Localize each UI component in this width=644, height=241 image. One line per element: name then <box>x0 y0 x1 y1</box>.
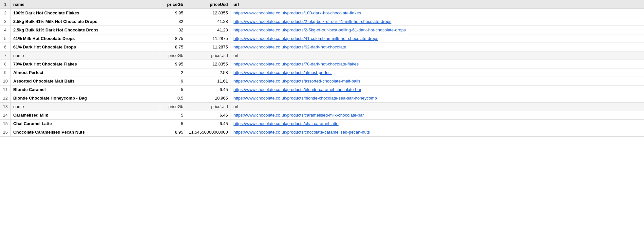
cell-url: url <box>231 0 644 9</box>
cell-name: 61% Dark Hot Chocolate Drops <box>10 43 160 51</box>
row-number: 5 <box>0 34 10 43</box>
cell-url[interactable]: https://www.chocolate.co.uk/products/blo… <box>231 85 644 94</box>
cell-price-usd: 41.28 <box>186 17 231 26</box>
row-number: 3 <box>0 17 10 26</box>
product-link[interactable]: https://www.chocolate.co.uk/products/cho… <box>234 130 370 135</box>
cell-price-gb: 9.95 <box>160 60 186 68</box>
cell-name: name <box>10 102 160 111</box>
cell-price-gb: 5 <box>160 85 186 94</box>
product-link[interactable]: https://www.chocolate.co.uk/products/41-… <box>234 36 378 41</box>
cell-name: name <box>10 0 160 9</box>
row-number: 12 <box>0 94 10 102</box>
cell-url[interactable]: https://www.chocolate.co.uk/products/70-… <box>231 60 644 68</box>
cell-price-gb: 2 <box>160 68 186 77</box>
cell-price-usd: 6.45 <box>186 111 231 120</box>
cell-url[interactable]: https://www.chocolate.co.uk/products/2-5… <box>231 17 644 26</box>
cell-price-usd: priceUsd <box>186 51 231 60</box>
product-link[interactable]: https://www.chocolate.co.uk/products/ass… <box>234 79 360 83</box>
cell-name: 2.5kg Bulk 61% Dark Hot Chocolate Drops <box>10 26 160 34</box>
cell-name: Assorted Chocolate Malt Balls <box>10 77 160 85</box>
cell-price-usd: 11.54550000000000 <box>186 128 231 137</box>
cell-price-gb: priceGb <box>160 102 186 111</box>
cell-price-usd: 6.45 <box>186 85 231 94</box>
cell-name: 2.5kg Bulk 41% Milk Hot Chocolate Drops <box>10 17 160 26</box>
cell-price-usd: 6.45 <box>186 120 231 128</box>
cell-price-gb: priceGb <box>160 0 186 9</box>
cell-url[interactable]: https://www.chocolate.co.uk/products/cho… <box>231 128 644 137</box>
cell-name: Chai Caramel Latte <box>10 120 160 128</box>
row-number: 1 <box>0 0 10 9</box>
cell-price-usd: 41.28 <box>186 26 231 34</box>
cell-price-usd: 10.965 <box>186 94 231 102</box>
cell-price-gb: 32 <box>160 26 186 34</box>
row-number: 6 <box>0 43 10 51</box>
cell-name: Almost Perfect <box>10 68 160 77</box>
product-link[interactable]: https://www.chocolate.co.uk/products/2-5… <box>234 28 406 32</box>
cell-url: url <box>231 51 644 60</box>
cell-name: Caramelised Milk <box>10 111 160 120</box>
cell-price-usd: 11.2875 <box>186 34 231 43</box>
spreadsheet-table: 1namepriceGbpriceUsdurl2100% Dark Hot Ch… <box>0 0 644 137</box>
row-number: 15 <box>0 120 10 128</box>
cell-url[interactable]: https://www.chocolate.co.uk/products/62-… <box>231 43 644 51</box>
cell-price-usd: 2.58 <box>186 68 231 77</box>
row-number: 13 <box>0 102 10 111</box>
cell-price-gb: 8.75 <box>160 43 186 51</box>
cell-url[interactable]: https://www.chocolate.co.uk/products/ass… <box>231 77 644 85</box>
cell-price-usd: 11.2875 <box>186 43 231 51</box>
product-link[interactable]: https://www.chocolate.co.uk/products/alm… <box>234 70 332 75</box>
cell-url[interactable]: https://www.chocolate.co.uk/products/100… <box>231 9 644 17</box>
cell-url[interactable]: https://www.chocolate.co.uk/products/41-… <box>231 34 644 43</box>
cell-price-gb: 8.5 <box>160 94 186 102</box>
row-number: 11 <box>0 85 10 94</box>
cell-price-gb: 9.95 <box>160 9 186 17</box>
cell-url: url <box>231 102 644 111</box>
row-number: 9 <box>0 68 10 77</box>
product-link[interactable]: https://www.chocolate.co.uk/products/2-5… <box>234 19 391 24</box>
cell-name: Chocolate Caramelised Pecan Nuts <box>10 128 160 137</box>
row-number: 14 <box>0 111 10 120</box>
cell-price-gb: 9 <box>160 77 186 85</box>
product-link[interactable]: https://www.chocolate.co.uk/products/62-… <box>234 45 346 49</box>
row-number: 4 <box>0 26 10 34</box>
cell-price-gb: 32 <box>160 17 186 26</box>
cell-price-gb: 5 <box>160 111 186 120</box>
product-link[interactable]: https://www.chocolate.co.uk/products/car… <box>234 113 364 118</box>
product-link[interactable]: https://www.chocolate.co.uk/products/100… <box>234 10 361 15</box>
product-link[interactable]: https://www.chocolate.co.uk/products/70-… <box>234 62 359 66</box>
row-number: 10 <box>0 77 10 85</box>
cell-url[interactable]: https://www.chocolate.co.uk/products/2-5… <box>231 26 644 34</box>
cell-url[interactable]: https://www.chocolate.co.uk/products/cha… <box>231 120 644 128</box>
cell-price-gb: 8.75 <box>160 34 186 43</box>
cell-name: Blonde Chocolate Honeycomb - Bag <box>10 94 160 102</box>
product-link[interactable]: https://www.chocolate.co.uk/products/blo… <box>234 87 361 92</box>
cell-price-usd: 11.61 <box>186 77 231 85</box>
row-number: 8 <box>0 60 10 68</box>
row-number: 16 <box>0 128 10 137</box>
product-link[interactable]: https://www.chocolate.co.uk/products/blo… <box>234 96 377 101</box>
cell-name: 70% Dark Hot Chocolate Flakes <box>10 60 160 68</box>
cell-price-gb: priceGb <box>160 51 186 60</box>
cell-price-usd: 12.8355 <box>186 60 231 68</box>
product-link[interactable]: https://www.chocolate.co.uk/products/cha… <box>234 121 339 126</box>
cell-price-usd: priceUsd <box>186 0 231 9</box>
cell-name: 41% Milk Hot Chocolate Drops <box>10 34 160 43</box>
cell-price-gb: 5 <box>160 120 186 128</box>
cell-price-usd: priceUsd <box>186 102 231 111</box>
cell-name: Blonde Caramel <box>10 85 160 94</box>
cell-url[interactable]: https://www.chocolate.co.uk/products/car… <box>231 111 644 120</box>
cell-name: name <box>10 51 160 60</box>
cell-price-gb: 8.95 <box>160 128 186 137</box>
cell-url[interactable]: https://www.chocolate.co.uk/products/blo… <box>231 94 644 102</box>
row-number: 2 <box>0 9 10 17</box>
cell-price-usd: 12.8355 <box>186 9 231 17</box>
cell-url[interactable]: https://www.chocolate.co.uk/products/alm… <box>231 68 644 77</box>
row-number: 7 <box>0 51 10 60</box>
cell-name: 100% Dark Hot Chocolate Flakes <box>10 9 160 17</box>
